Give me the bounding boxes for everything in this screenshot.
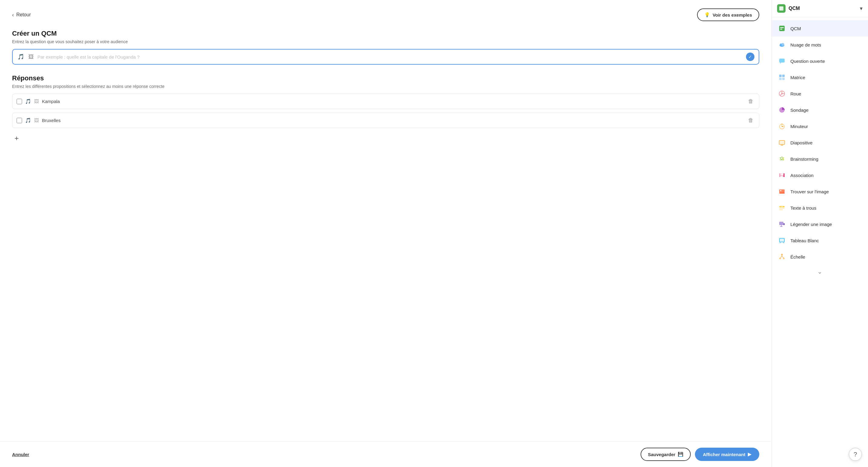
examples-button[interactable]: 💡 Voir des exemples bbox=[697, 8, 759, 21]
svg-rect-13 bbox=[779, 77, 782, 80]
svg-point-45 bbox=[780, 190, 781, 191]
cloud-item-icon bbox=[778, 40, 786, 49]
delete-button-2[interactable]: 🗑 bbox=[747, 116, 755, 125]
answer-input-2[interactable] bbox=[42, 118, 744, 123]
image-icon-button[interactable]: 🖼 bbox=[28, 53, 34, 61]
qcm-icon-box bbox=[777, 4, 785, 13]
svg-rect-0 bbox=[779, 6, 783, 10]
dropdown-item-sondage[interactable]: Sondage bbox=[772, 102, 868, 118]
svg-rect-2 bbox=[780, 9, 782, 9]
add-answer-label: + bbox=[14, 134, 19, 142]
answer-checkbox-2[interactable] bbox=[17, 118, 22, 123]
answer-music-icon-2[interactable]: 🎵 bbox=[25, 118, 31, 123]
dropdown-item-nuage[interactable]: Nuage de mots bbox=[772, 36, 868, 53]
svg-rect-48 bbox=[782, 206, 785, 207]
help-button[interactable]: ? bbox=[849, 448, 862, 461]
dropdown-item-association[interactable]: Association bbox=[772, 167, 868, 183]
header: ‹ Retour 💡 Voir des exemples bbox=[12, 8, 759, 21]
dropdown-item-label-texte: Texte à trous bbox=[790, 206, 816, 211]
dropdown-item-minuteur[interactable]: Minuteur bbox=[772, 118, 868, 134]
dropdown-item-label-tableau: Tableau Blanc bbox=[790, 238, 819, 243]
dropdown-header-left: QCM bbox=[777, 4, 800, 13]
question-input-wrapper: 🎵 🖼 ✓ bbox=[12, 49, 759, 65]
examples-icon: 💡 bbox=[704, 12, 710, 18]
dropdown-chevron-icon[interactable]: ▾ bbox=[860, 5, 863, 12]
dropdown-item-trouver[interactable]: Trouver sur l'image bbox=[772, 183, 868, 200]
back-arrow-icon: ‹ bbox=[12, 12, 14, 18]
sidebar: QCM ▾ QCM Nuage de mots Question ouverte bbox=[771, 0, 868, 467]
answer-checkbox-1[interactable] bbox=[17, 99, 22, 104]
svg-point-38 bbox=[779, 174, 780, 175]
svg-marker-10 bbox=[780, 63, 781, 64]
back-button[interactable]: ‹ Retour bbox=[12, 12, 31, 18]
add-answer-button[interactable]: + bbox=[12, 133, 21, 144]
label-item-icon bbox=[778, 220, 786, 228]
dropdown-item-qcm[interactable]: QCM bbox=[772, 20, 868, 36]
dropdown-item-texte[interactable]: Texte à trous bbox=[772, 200, 868, 216]
svg-point-8 bbox=[782, 43, 784, 46]
main-content: ‹ Retour 💡 Voir des exemples Créer un QC… bbox=[0, 0, 771, 467]
svg-rect-9 bbox=[779, 59, 785, 63]
music-icon-button[interactable]: 🎵 bbox=[17, 53, 25, 61]
answer-image-icon-2[interactable]: 🖼 bbox=[34, 118, 39, 123]
dropdown-item-label-sondage: Sondage bbox=[790, 107, 808, 113]
svg-rect-63 bbox=[783, 258, 785, 259]
chat-item-icon bbox=[778, 57, 786, 65]
dropdown-item-label-brainstorming: Brainstorming bbox=[790, 156, 818, 162]
qcm-item-icon bbox=[778, 24, 786, 33]
answer-row: 🎵 🖼 🗑 bbox=[12, 94, 759, 109]
dropdown-item-tableau[interactable]: Tableau Blanc bbox=[772, 232, 868, 249]
dropdown-item-ouverte[interactable]: Question ouverte bbox=[772, 53, 868, 69]
answer-music-icon-1[interactable]: 🎵 bbox=[25, 98, 31, 104]
display-label: Afficher maintenant bbox=[703, 452, 745, 457]
save-label: Sauvegarder bbox=[648, 452, 675, 457]
back-label: Retour bbox=[16, 12, 31, 18]
responses-section: Réponses Entrez les différentes proposit… bbox=[12, 74, 759, 144]
brain-item-icon bbox=[778, 155, 786, 163]
answer-input-1[interactable] bbox=[42, 99, 744, 104]
dropdown-item-label-nuage: Nuage de mots bbox=[790, 42, 821, 48]
svg-point-40 bbox=[779, 176, 780, 177]
svg-rect-55 bbox=[783, 223, 785, 225]
svg-rect-21 bbox=[781, 124, 783, 124]
dropdown-item-label-roue: Roue bbox=[790, 91, 801, 96]
svg-rect-4 bbox=[780, 27, 784, 28]
cancel-label: Annuler bbox=[12, 452, 29, 457]
dropdown-item-brainstorming[interactable]: Brainstorming bbox=[772, 151, 868, 167]
svg-rect-62 bbox=[779, 258, 781, 259]
dropdown-item-label-trouver: Trouver sur l'image bbox=[790, 189, 829, 194]
svg-point-60 bbox=[781, 254, 783, 255]
svg-rect-57 bbox=[780, 239, 784, 242]
dropdown-item-label-legender: Légender une image bbox=[790, 222, 832, 227]
dropdown-item-diapositive[interactable]: Diapositive bbox=[772, 134, 868, 151]
svg-rect-23 bbox=[780, 141, 784, 144]
footer: Annuler Sauvegarder 💾 Afficher maintenan… bbox=[0, 441, 771, 467]
question-input[interactable] bbox=[37, 54, 743, 60]
svg-point-42 bbox=[783, 175, 785, 176]
wheel-item-icon bbox=[778, 89, 786, 98]
responses-title: Réponses bbox=[12, 74, 759, 82]
assoc-item-icon bbox=[778, 171, 786, 180]
text-item-icon bbox=[778, 204, 786, 212]
delete-button-1[interactable]: 🗑 bbox=[747, 97, 755, 106]
svg-rect-49 bbox=[779, 208, 785, 209]
dropdown-item-legender[interactable]: Légender une image bbox=[772, 216, 868, 232]
help-label: ? bbox=[854, 451, 857, 458]
display-icon: ▶ bbox=[748, 452, 751, 457]
dropdown-item-echelle[interactable]: Échelle bbox=[772, 249, 868, 265]
footer-right: Sauvegarder 💾 Afficher maintenant ▶ bbox=[641, 448, 759, 461]
svg-rect-5 bbox=[780, 29, 782, 30]
form-section: Créer un QCM Entrez la question que vous… bbox=[12, 30, 759, 65]
grid-item-icon bbox=[778, 73, 786, 82]
dropdown-header: QCM ▾ bbox=[772, 0, 868, 17]
responses-subtitle: Entrez les différentes propositions et s… bbox=[12, 84, 759, 89]
dropdown-item-roue[interactable]: Roue bbox=[772, 86, 868, 102]
answer-image-icon-1[interactable]: 🖼 bbox=[34, 99, 39, 104]
dropdown-more[interactable]: ⌄ bbox=[772, 265, 868, 278]
dropdown-item-matrice[interactable]: Matrice bbox=[772, 69, 868, 86]
cancel-button[interactable]: Annuler bbox=[12, 452, 29, 457]
svg-point-39 bbox=[779, 175, 780, 176]
save-button[interactable]: Sauvegarder 💾 bbox=[641, 448, 691, 461]
svg-point-41 bbox=[783, 174, 785, 175]
display-button[interactable]: Afficher maintenant ▶ bbox=[695, 448, 759, 461]
